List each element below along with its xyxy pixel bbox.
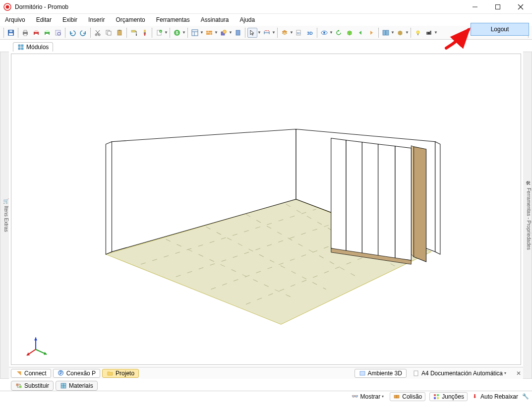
camera-icon[interactable] [424,28,434,38]
dropdown-icon[interactable]: ▼ [200,30,204,35]
rail-ferramentas-propriedades[interactable]: 🛠 Ferramentas - Propriedades [526,180,532,250]
menu-exibir[interactable]: Exibir [60,15,79,24]
svg-rect-8 [9,30,12,32]
btab-conexao-p[interactable]: ⓟ Conexão P [53,369,100,378]
menu-inserir[interactable]: Inserir [86,15,107,24]
right-side-rail: 🛠 Ferramentas - Propriedades [523,52,532,379]
dropdown-icon[interactable]: ▼ [434,30,438,35]
save-icon[interactable] [6,28,16,38]
menu-ferramentas[interactable]: Ferramentas [154,15,192,24]
wrench-corner-icon[interactable]: 🔧 [522,393,529,400]
btab-projeto[interactable]: Projeto [102,369,139,378]
dropdown-icon[interactable]: ▼ [391,30,395,35]
status-auto-rebaixar[interactable]: ⬇ Auto Rebaixar [472,393,518,400]
undo-icon[interactable] [67,28,77,38]
menu-assinatura[interactable]: Assinatura [199,15,231,24]
print-green-icon[interactable] [42,28,52,38]
viewport-3d[interactable] [11,54,521,365]
svg-rect-17 [46,34,49,36]
dropdown-icon[interactable]: ▼ [329,30,333,35]
view-3d-icon[interactable]: 3D [305,28,315,38]
room-scene [11,54,521,364]
menu-ajuda[interactable]: Ajuda [238,15,257,24]
cursor-icon[interactable] [247,28,257,38]
dropdown-icon[interactable]: ▼ [229,30,233,35]
btab-documentacao[interactable]: A4 Documentación Automática ▾ [409,369,512,377]
minimize-button[interactable] [464,0,486,14]
rss-icon: ◥ [15,370,22,377]
tab-materiais[interactable]: Materiais [56,381,98,391]
btab-connect[interactable]: ◥ Connect [11,369,51,378]
dropdown-icon[interactable]: ▼ [164,30,168,35]
dropdown-icon[interactable]: ▾ [382,394,386,399]
status-colisao[interactable]: Colisão [390,392,425,401]
doc-3d-icon[interactable]: 3D [294,28,304,38]
print-red-icon[interactable] [31,28,41,38]
nav-left-icon[interactable] [355,28,365,38]
svg-rect-26 [118,30,121,35]
rotate-left-icon[interactable] [334,28,344,38]
svg-line-22 [96,30,100,35]
box-icon[interactable] [395,28,405,38]
nav-right-icon[interactable] [366,28,376,38]
dropdown-icon[interactable]: ▼ [405,30,409,35]
collision-icon [393,393,400,400]
view-layers-icon[interactable] [280,28,290,38]
wall-icon[interactable] [204,28,214,38]
cart-icon: 🛒 [3,198,9,204]
dimension-icon[interactable] [262,28,272,38]
svg-point-1 [6,5,9,8]
svg-rect-28 [131,30,135,32]
print-preview-icon[interactable] [53,28,63,38]
paste-icon[interactable] [115,28,124,38]
svg-rect-63 [383,30,386,35]
menu-orcamento[interactable]: Orçamento [114,15,147,24]
currency-icon[interactable]: $ [172,28,182,38]
svg-rect-13 [35,30,38,32]
document-new-icon[interactable]: + [154,28,164,38]
svg-rect-74 [21,48,23,50]
menu-arquivo[interactable]: Arquivo [3,15,27,24]
dropdown-icon[interactable]: ▼ [257,30,261,35]
svg-rect-7 [9,33,13,35]
cube-icon[interactable] [345,28,355,38]
svg-rect-94 [397,395,399,398]
status-juncoes[interactable]: Junções [429,392,468,401]
svg-point-69 [428,32,430,34]
redo-icon[interactable] [78,28,88,38]
print-icon[interactable] [20,28,30,38]
cut-icon[interactable] [93,28,103,38]
paint-roller-icon[interactable] [129,28,139,38]
btab-ambiente-3d[interactable]: Ambiente 3D [355,369,407,378]
annotation-arrow-icon [444,26,473,51]
light-icon[interactable] [413,28,423,38]
dropdown-icon[interactable]: ▼ [182,30,186,35]
svg-rect-25 [108,31,111,35]
dropdown-icon[interactable]: ▾ [504,371,508,375]
svg-rect-70 [430,31,431,32]
svg-rect-33 [144,32,146,33]
dropdown-icon[interactable]: ▼ [290,30,294,35]
dropdown-icon[interactable]: ▼ [214,30,218,35]
window-tile-icon[interactable] [381,28,391,38]
menu-editar[interactable]: Editar [34,15,54,24]
dropdown-icon[interactable]: ▼ [272,30,276,35]
rail-itens-extras[interactable]: 🛒 Itens Extras [3,198,9,232]
layout-icon[interactable] [190,28,200,38]
svg-rect-89 [19,386,21,388]
close-button[interactable] [509,0,532,14]
copy-icon[interactable] [104,28,114,38]
close-tab-icon[interactable]: ✕ [516,370,521,377]
panel-icon[interactable] [233,28,243,38]
folder-icon [107,370,114,377]
status-mostrar[interactable]: 👓 Mostrar ▾ [352,393,386,400]
tab-substituir[interactable]: Substituir [11,381,54,391]
maximize-button[interactable] [486,0,509,14]
svg-rect-72 [21,45,23,47]
svg-rect-48 [236,30,240,35]
geometry-icon[interactable] [219,28,229,38]
logout-button[interactable]: Logout [471,23,529,36]
eye-icon[interactable] [319,28,329,38]
paint-brush-icon[interactable] [140,28,150,38]
tab-modulos[interactable]: Módulos [13,42,53,52]
